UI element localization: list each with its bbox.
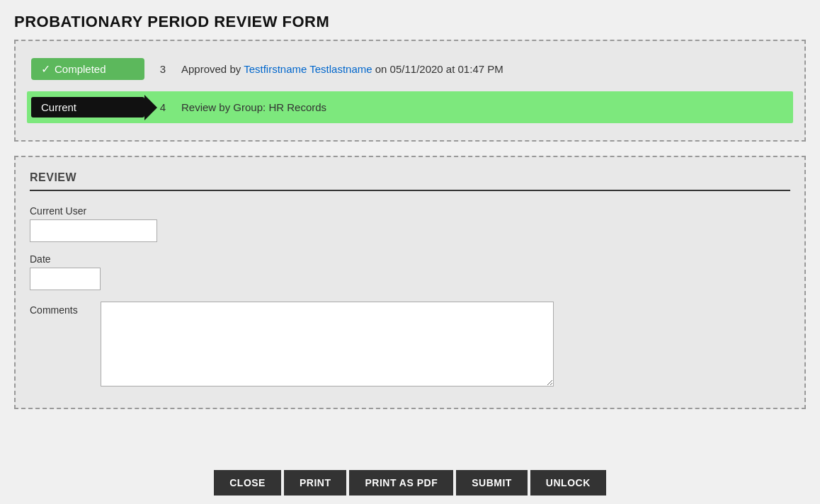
submit-button[interactable]: SUBMIT [456,470,528,496]
page-title: PROBATIONARY PERIOD REVIEW FORM [0,0,820,40]
unlock-button[interactable]: UNLOCK [530,470,606,496]
step-number-4: 4 [156,101,170,113]
close-button[interactable]: CLOSE [214,470,281,496]
comments-label: Comments [30,302,86,316]
main-content: ✓ Completed 3 Approved by Testfirstname … [0,40,820,409]
date-group: Date [30,253,790,290]
print-pdf-button[interactable]: PRINT AS PDF [349,470,453,496]
completed-label: Completed [55,63,106,75]
date-input[interactable] [30,268,101,290]
workflow-row-completed: ✓ Completed 3 Approved by Testfirstname … [27,52,793,86]
workflow-row-current: Current 4 Review by Group: HR Records [27,91,793,123]
current-label: Current [41,101,76,113]
workflow-box: ✓ Completed 3 Approved by Testfirstname … [14,40,806,142]
current-user-input[interactable] [30,219,157,242]
review-heading: REVIEW [30,171,790,191]
footer-buttons: CLOSE PRINT PRINT AS PDF SUBMIT UNLOCK [0,462,820,504]
comments-group: Comments [30,302,790,386]
current-user-label: Current User [30,205,790,217]
approved-by-link[interactable]: Testfirstname Testlastname [244,63,372,75]
review-section: REVIEW Current User Date Comments [14,156,806,409]
current-badge: Current [31,97,144,118]
step-desc-3: Approved by Testfirstname Testlastname o… [181,63,503,75]
current-user-group: Current User [30,205,790,242]
checkmark-icon: ✓ [41,62,50,76]
comments-textarea[interactable] [101,302,554,386]
step-number-3: 3 [156,63,170,75]
completed-badge: ✓ Completed [31,58,144,80]
date-label: Date [30,253,790,265]
step-desc-4: Review by Group: HR Records [181,101,326,113]
print-button[interactable]: PRINT [284,470,347,496]
